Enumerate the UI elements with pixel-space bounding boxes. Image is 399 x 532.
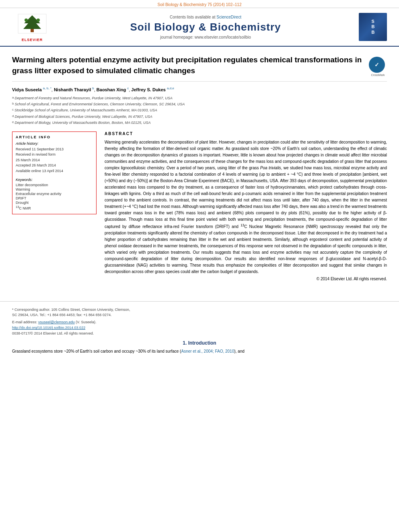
footer-copyright: 0038-0717/© 2014 Elsevier Ltd. All right…	[12, 331, 133, 337]
affil-c-text: Stockbridge School of Agriculture, Unive…	[14, 107, 157, 113]
introduction-section: 1. Introduction Grassland ecosystems sto…	[0, 340, 399, 355]
email-line: E-mail address: vsuseel@clemson.edu (V. …	[12, 320, 133, 325]
elsevier-label: ELSEVIER	[16, 38, 48, 42]
journal-logo-right-container: SBB	[355, 12, 391, 42]
affil-d-text: Department of Biological Sciences, Purdu…	[14, 114, 152, 119]
journal-citation-text: Soil Biology & Biochemistry 75 (2014) 10…	[157, 2, 241, 7]
revised-date: 25 March 2014	[16, 158, 93, 163]
article-body: Warming alters potential enzyme activity…	[0, 47, 399, 296]
article-title-section: Warming alters potential enzyme activity…	[12, 55, 387, 82]
doi-url[interactable]: http://dx.doi.org/10.1016/j.soilbio.2014…	[12, 326, 85, 330]
available-online-date: Available online 13 April 2014	[16, 168, 93, 174]
received-date: Received 11 September 2013	[16, 147, 93, 152]
author-tharayil-super: b	[92, 86, 94, 90]
svg-rect-2	[31, 29, 34, 32]
author-suseela-super: a, b, *	[43, 86, 51, 90]
email-label: E-mail address:	[12, 320, 37, 324]
journal-citation-bar: Soil Biology & Biochemistry 75 (2014) 10…	[0, 0, 399, 8]
article-info-abstract-columns: ARTICLE INFO Article history: Received 1…	[12, 131, 387, 281]
author-xing: Baoshan Xing	[97, 87, 126, 92]
article-info-box: ARTICLE INFO Article history: Received 1…	[12, 131, 97, 214]
affiliation-d: d Department of Biological Sciences, Pur…	[12, 114, 387, 119]
corresponding-note: * Corresponding author. 105 Collins Stre…	[12, 307, 133, 318]
keyword-enzyme: Extracellular enzyme activity	[16, 192, 93, 196]
crossmark-container: ✓ CrossMark	[369, 57, 387, 76]
corresponding-text: * Corresponding author. 105 Collins Stre…	[12, 308, 130, 317]
introduction-text: Grassland ecosystems store ~20% of Earth…	[12, 348, 387, 355]
journal-homepage: journal homepage: www.elsevier.com/locat…	[160, 35, 251, 39]
affil-a-text: Department of Forestry and Natural Resou…	[14, 95, 172, 101]
introduction-title: 1. Introduction	[12, 340, 387, 346]
author-dukes-super: a,d,e	[167, 86, 174, 90]
affil-e-text: Department of Biology, University of Mas…	[14, 120, 150, 125]
abstract-title: ABSTRACT	[105, 131, 387, 136]
article-info-title: ARTICLE INFO	[16, 135, 93, 139]
homepage-label: journal homepage: www.elsevier.com/locat…	[160, 35, 251, 39]
keywords-title: Keywords:	[16, 178, 93, 182]
affiliation-b: b School of Agricultural, Forest and Env…	[12, 101, 387, 107]
abstract-copyright: © 2014 Elsevier Ltd. All rights reserved…	[105, 277, 387, 281]
right-column: ABSTRACT Warming generally accelerates t…	[105, 131, 387, 281]
keyword-drought: Drought	[16, 201, 93, 205]
elsevier-logo: ELSEVIER	[16, 12, 48, 42]
affil-b-text: School of Agricultural, Forest and Envir…	[14, 101, 185, 107]
left-column: ARTICLE INFO Article history: Received 1…	[12, 131, 97, 281]
accepted-date: Accepted 26 March 2014	[16, 163, 93, 168]
affiliation-e: e Department of Biology, University of M…	[12, 120, 387, 125]
abstract-text: Warming generally accelerates the decomp…	[105, 139, 387, 275]
keyword-warming: Warming	[16, 187, 93, 191]
journal-logo-icon: SBB	[359, 13, 387, 41]
journal-name: Soil Biology & Biochemistry	[130, 21, 281, 33]
keyword-litter: Litter decomposition	[16, 183, 93, 187]
svg-point-3	[25, 18, 28, 22]
authors-section: Vidya Suseela a, b, *, Nishanth Tharayil…	[12, 86, 387, 92]
email-attribution: (V. Suseela).	[76, 320, 96, 324]
affiliation-c: c Stockbridge School of Agriculture, Uni…	[12, 107, 387, 113]
received-revised-label: Received in revised form	[16, 152, 93, 157]
elsevier-logo-container: ELSEVIER	[8, 12, 56, 42]
article-history-title: Article history:	[16, 142, 93, 146]
keyword-drift: DRIFT	[16, 196, 93, 200]
keyword-nmr: 13C NMR	[16, 205, 93, 210]
journal-header: ELSEVIER Contents lists available at Sci…	[0, 8, 399, 47]
sciencedirect-link-container: Contents lists available at ScienceDirec…	[170, 15, 241, 19]
doi-link: http://dx.doi.org/10.1016/j.soilbio.2014…	[12, 325, 133, 331]
journal-header-center: Contents lists available at ScienceDirec…	[56, 12, 355, 42]
section-divider	[0, 301, 399, 302]
article-title: Warming alters potential enzyme activity…	[12, 55, 363, 76]
author-dukes: Jeffrey S. Dukes	[131, 87, 166, 92]
article-footer: * Corresponding author. 105 Collins Stre…	[0, 307, 399, 336]
author-tharayil: Nishanth Tharayil	[54, 87, 91, 92]
logo-letters: SBB	[372, 19, 374, 35]
ref-asner[interactable]: Asner et al., 2004; FAO, 2010	[181, 349, 234, 353]
elsevier-tree-icon	[16, 12, 48, 36]
author-xing-super: c	[127, 86, 129, 90]
footer-left: * Corresponding author. 105 Collins Stre…	[12, 307, 133, 336]
sciencedirect-prefix: Contents lists available at	[170, 15, 215, 19]
email-link[interactable]: vsuseel@clemson.edu	[38, 320, 75, 324]
sciencedirect-link[interactable]: ScienceDirect	[216, 15, 241, 19]
keywords-box: Keywords: Litter decomposition Warming E…	[16, 178, 93, 210]
svg-point-4	[37, 18, 40, 22]
affiliation-a: a Department of Forestry and Natural Res…	[12, 95, 387, 101]
crossmark-icon[interactable]: ✓	[369, 57, 385, 73]
crossmark-label: CrossMark	[369, 74, 387, 76]
author-suseela: Vidya Suseela	[12, 87, 42, 92]
affiliations-section: a Department of Forestry and Natural Res…	[12, 95, 387, 126]
